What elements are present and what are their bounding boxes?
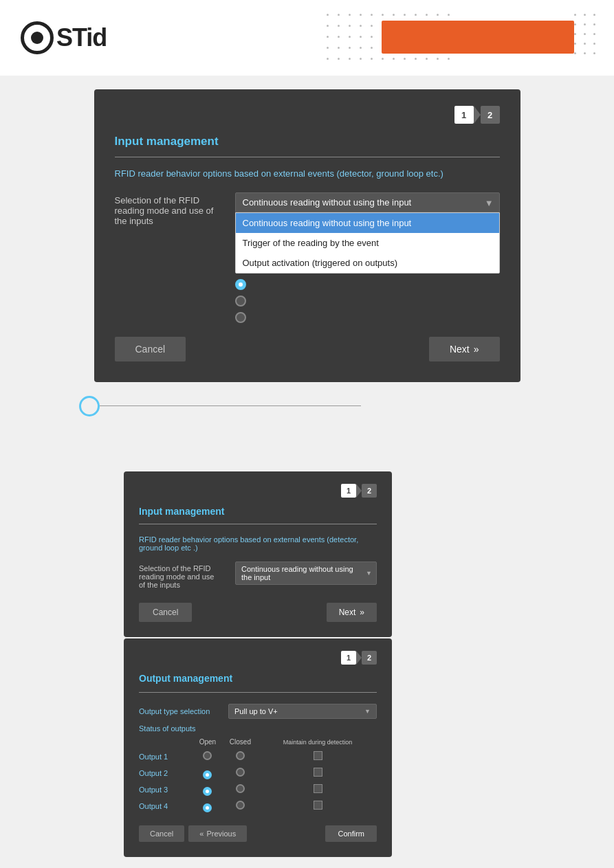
output-type-value: Pull up to V+ bbox=[234, 707, 278, 715]
small-output-dialog-title: Output management bbox=[139, 673, 377, 684]
dropdown-arrow-sm-icon: ▼ bbox=[366, 570, 372, 577]
step-indicators-large: 1 2 bbox=[115, 106, 500, 124]
prev-chevrons-icon: « bbox=[199, 830, 204, 838]
step-indicators-small-input: 1 2 bbox=[139, 484, 377, 498]
radio-option-2[interactable] bbox=[235, 312, 500, 323]
step-arrow-icon bbox=[474, 106, 481, 124]
header-orange-bar bbox=[382, 21, 574, 54]
cancel-button-large[interactable]: Cancel bbox=[115, 337, 186, 361]
header-dots-right-decoration bbox=[574, 14, 600, 59]
dropdown-option-2[interactable]: Output activation (triggered on outputs) bbox=[236, 253, 499, 273]
table-row: Output 4 bbox=[139, 798, 377, 814]
output1-closed-radio[interactable] bbox=[236, 751, 245, 760]
col-open-header: Open bbox=[193, 738, 222, 748]
header: STid bbox=[0, 0, 614, 76]
radio-circle-0[interactable] bbox=[235, 279, 246, 290]
step-arrow-sm-output bbox=[356, 651, 362, 665]
dropdown-container-small-input[interactable]: Continuous reading without using the inp… bbox=[235, 561, 377, 585]
step1-box[interactable]: 1 bbox=[454, 106, 474, 124]
dialog-subtitle-large: RFID reader behavior options based on ex… bbox=[115, 168, 500, 179]
confirm-button-output[interactable]: Confirm bbox=[325, 825, 377, 842]
selection-right-large: Continuous reading without using the inp… bbox=[235, 192, 500, 323]
output3-name: Output 3 bbox=[139, 781, 193, 798]
large-input-dialog: 1 2 Input management RFID reader behavio… bbox=[94, 89, 520, 382]
output4-open-radio[interactable] bbox=[203, 803, 212, 812]
output2-name: Output 2 bbox=[139, 765, 193, 781]
output1-maintain-check[interactable] bbox=[314, 751, 322, 760]
output4-closed-radio[interactable] bbox=[236, 801, 245, 810]
col-output-name bbox=[139, 738, 193, 748]
table-row: Output 1 bbox=[139, 748, 377, 765]
cancel-button-output[interactable]: Cancel bbox=[139, 825, 184, 842]
dialog-buttons-large: Cancel Next » bbox=[115, 337, 500, 361]
step2-box-sm-output[interactable]: 2 bbox=[362, 651, 377, 665]
small-input-dialog-divider bbox=[139, 524, 377, 524]
small-output-dialog-divider bbox=[139, 692, 377, 693]
radio-option-0[interactable] bbox=[235, 279, 500, 290]
selection-right-small-input: Continuous reading without using the inp… bbox=[235, 561, 377, 588]
output-type-arrow-icon: ▼ bbox=[364, 708, 371, 715]
output-dialog-buttons: Cancel « Previous Confirm bbox=[139, 825, 377, 842]
selection-row-small-input: Selection of the RFID reading mode and u… bbox=[139, 561, 377, 589]
small-dialogs-wrapper: 1 2 Input management RFID reader behavio… bbox=[41, 471, 573, 857]
previous-button-output[interactable]: « Previous bbox=[188, 825, 247, 842]
output-type-row: Output type selection Pull up to V+ ▼ bbox=[139, 704, 377, 719]
selection-label-large: Selection of the RFID reading mode and u… bbox=[115, 192, 221, 226]
dropdown-arrow-icon: ▼ bbox=[485, 197, 494, 208]
status-section-label: Status of outputs bbox=[139, 724, 377, 733]
step1-box-sm-input[interactable]: 1 bbox=[341, 484, 356, 498]
dropdown-option-1[interactable]: Trigger of the reading by the event bbox=[236, 233, 499, 253]
step2-box[interactable]: 2 bbox=[481, 106, 500, 124]
next-chevrons-sm-icon: » bbox=[360, 608, 364, 617]
main-content: 1 2 Input management RFID reader behavio… bbox=[0, 76, 614, 868]
dropdown-header-small-input[interactable]: Continuous reading without using the inp… bbox=[235, 561, 377, 585]
step1-box-sm-output[interactable]: 1 bbox=[341, 651, 356, 665]
previous-label-output: Previous bbox=[206, 830, 236, 838]
watermark-line bbox=[100, 405, 361, 406]
step-arrow-sm-input bbox=[356, 484, 362, 498]
next-button-large[interactable]: Next » bbox=[429, 337, 500, 361]
dropdown-header-large[interactable]: Continuous reading without using the inp… bbox=[235, 192, 500, 212]
next-label-large: Next bbox=[450, 344, 470, 355]
step-indicators-small-output: 1 2 bbox=[139, 651, 377, 665]
dialog-divider bbox=[115, 157, 500, 157]
status-table: Open Closed Maintain during detection Ou… bbox=[139, 738, 377, 814]
output2-maintain-check[interactable] bbox=[314, 768, 322, 777]
watermark-circle-icon bbox=[79, 396, 100, 416]
small-input-dialog-subtitle: RFID reader behavior options based on ex… bbox=[139, 535, 377, 552]
next-label-small-input: Next bbox=[339, 608, 356, 617]
table-row: Output 2 bbox=[139, 765, 377, 781]
col-maintain-header: Maintain during detection bbox=[259, 738, 377, 748]
radio-circle-1[interactable] bbox=[235, 296, 246, 307]
dialog-buttons-small-input: Cancel Next » bbox=[139, 603, 377, 622]
output-type-dropdown[interactable]: Pull up to V+ ▼ bbox=[228, 704, 377, 719]
logo-text: STid bbox=[56, 23, 107, 52]
dropdown-value-small-input: Continuous reading without using the inp… bbox=[241, 565, 353, 581]
selection-label-small-input: Selection of the RFID reading mode and u… bbox=[139, 561, 221, 589]
dialog-title-large: Input management bbox=[115, 135, 500, 148]
small-input-dialog: 1 2 Input management RFID reader behavio… bbox=[124, 471, 392, 637]
output4-maintain-check[interactable] bbox=[314, 801, 322, 810]
output1-open-radio[interactable] bbox=[203, 751, 212, 760]
output-type-label: Output type selection bbox=[139, 707, 221, 715]
output3-maintain-check[interactable] bbox=[314, 784, 322, 793]
next-button-small-input[interactable]: Next » bbox=[327, 603, 377, 622]
small-input-dialog-title: Input management bbox=[139, 506, 377, 517]
dropdown-option-0[interactable]: Continuous reading without using the inp… bbox=[236, 213, 499, 233]
output3-closed-radio[interactable] bbox=[236, 784, 245, 793]
step2-box-sm-input[interactable]: 2 bbox=[362, 484, 377, 498]
output2-open-radio[interactable] bbox=[203, 770, 212, 779]
output3-open-radio[interactable] bbox=[203, 787, 212, 796]
small-output-dialog: 1 2 Output management Output type select… bbox=[124, 638, 392, 857]
col-closed-header: Closed bbox=[222, 738, 259, 748]
logo-circle-icon bbox=[21, 21, 54, 54]
next-chevrons-icon: » bbox=[474, 344, 479, 355]
output-left-buttons: Cancel « Previous bbox=[139, 825, 247, 842]
cancel-button-small-input[interactable]: Cancel bbox=[139, 603, 192, 622]
radio-circle-2[interactable] bbox=[235, 312, 246, 323]
dropdown-container-large[interactable]: Continuous reading without using the inp… bbox=[235, 192, 500, 274]
selection-row-large: Selection of the RFID reading mode and u… bbox=[115, 192, 500, 323]
table-row: Output 3 bbox=[139, 781, 377, 798]
output2-closed-radio[interactable] bbox=[236, 768, 245, 777]
radio-option-1[interactable] bbox=[235, 296, 500, 307]
